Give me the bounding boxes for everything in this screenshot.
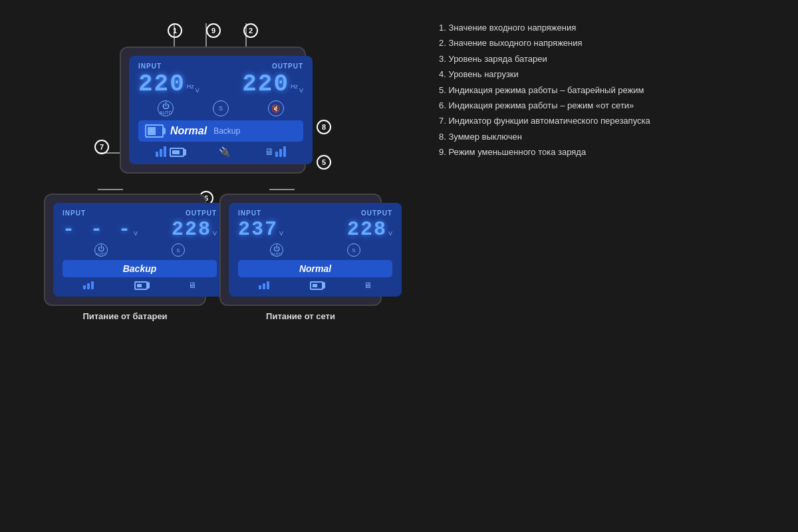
- right-section: 1. Значение входного напряжения2. Значен…: [426, 0, 798, 532]
- battery-ups-panel: INPUT OUTPUT - - - V 228 V: [44, 194, 206, 306]
- input-label: INPUT: [138, 63, 162, 70]
- main-diagram: 1 9 2 7 8 3 4 5 6: [120, 47, 306, 180]
- legend-item: 5. Индикация режима работы – батарейный …: [439, 82, 785, 98]
- battery-panel-wrapper: INPUT OUTPUT - - - V 228 V: [44, 194, 206, 321]
- grid-monitor-icon: 🖥: [364, 281, 372, 290]
- battery-caption: Питание от батареи: [82, 311, 167, 321]
- grid-bottom-icons: 🖥: [238, 281, 392, 290]
- battery-level: [156, 146, 184, 157]
- grid-digital-row: 237 V 228 V: [238, 219, 392, 239]
- battery-digital-row: - - - V 228 V: [63, 219, 217, 239]
- grid-screen-labels: INPUT OUTPUT: [238, 209, 392, 217]
- battery-auto-icon: ⏻ AUTO: [94, 243, 108, 257]
- digital-row: 220 Hz V 220 Hz V: [138, 72, 303, 96]
- mute-icon: 🔇: [268, 100, 284, 116]
- legend-item: 7. Индикатор функции автоматического пер…: [439, 113, 785, 128]
- grid-v-in: V: [279, 230, 283, 237]
- bottom-icons: 🔌 🖥: [138, 146, 303, 158]
- legend-item: 4. Уровень нагрузки: [439, 66, 785, 82]
- battery-monitor-icon: 🖥: [188, 281, 196, 290]
- battery-screen-labels: INPUT OUTPUT: [63, 209, 217, 217]
- screen-labels: INPUT OUTPUT: [138, 63, 303, 70]
- mode-banner: Normal Backup: [138, 120, 303, 142]
- hz-label-in: Hz: [187, 83, 194, 90]
- auto-icon: ⏻ AUTO: [158, 100, 174, 116]
- annotation-8: 8: [317, 120, 331, 134]
- annotation-2: 2: [243, 23, 258, 38]
- plug-icon: 🔌: [219, 146, 230, 158]
- battery-output-value: 228: [172, 219, 211, 239]
- monitor-icon: 🖥: [265, 146, 274, 157]
- grid-ups-panel: INPUT OUTPUT 237 V 228 V: [219, 194, 382, 306]
- grid-caption: Питание от сети: [266, 311, 335, 321]
- annotation-1: 1: [168, 23, 182, 38]
- grid-wave-left: [259, 281, 269, 289]
- battery-mode-text: Backup: [123, 263, 157, 274]
- grid-v-out: V: [388, 230, 392, 237]
- grid-output-value: 228: [347, 219, 387, 239]
- input-value: 220: [138, 72, 186, 96]
- battery-mode-banner: Backup: [63, 260, 217, 277]
- battery-icon: [145, 124, 164, 138]
- battery-icon-bottom: [134, 281, 148, 290]
- legend-list: 1. Значение входного напряжения2. Значен…: [439, 20, 785, 160]
- grid-icons-row: ⏻ AUTO S: [238, 243, 392, 257]
- battery-input-value: - - -: [63, 219, 132, 239]
- battery-output-label: OUTPUT: [186, 209, 217, 217]
- legend-item: 6. Индикация режима работы – режим «от с…: [439, 98, 785, 113]
- main-ups-screen: INPUT OUTPUT 220 Hz V 220 Hz V: [129, 56, 313, 164]
- legend-item: 2. Значение выходного напряжения: [439, 35, 785, 51]
- battery-s-icon: S: [172, 243, 185, 257]
- legend-item: 3. Уровень заряда батареи: [439, 51, 785, 66]
- v-label-in: V: [196, 87, 200, 94]
- main-ups-panel: INPUT OUTPUT 220 Hz V 220 Hz V: [120, 47, 306, 174]
- battery-icon-small: [170, 148, 184, 157]
- legend-item: 9. Режим уменьшенного тока заряда: [439, 144, 785, 160]
- mode-text: Normal: [170, 125, 207, 137]
- battery-ups-screen: INPUT OUTPUT - - - V 228 V: [53, 203, 226, 297]
- battery-icons-row: ⏻ AUTO S: [63, 243, 217, 257]
- grid-panel-wrapper: INPUT OUTPUT 237 V 228 V: [219, 194, 382, 321]
- grid-mode-text: Normal: [299, 263, 331, 274]
- grid-input-label: INPUT: [238, 209, 261, 217]
- battery-bottom-icons: 🖥: [63, 281, 217, 290]
- annotation-7: 7: [94, 140, 109, 154]
- grid-output-label: OUTPUT: [361, 209, 392, 217]
- grid-battery-icon: [310, 281, 323, 290]
- annotation-9: 9: [206, 23, 221, 38]
- main-container: 1 9 2 7 8 3 4 5 6: [0, 0, 798, 532]
- output-value: 220: [242, 72, 289, 96]
- left-section: 1 9 2 7 8 3 4 5 6: [0, 0, 426, 532]
- s-icon: S: [213, 100, 229, 116]
- legend-item: 8. Зуммер выключен: [439, 129, 785, 144]
- battery-v-in: V: [134, 230, 138, 237]
- grid-ups-screen: INPUT OUTPUT 237 V 228 V: [229, 203, 402, 297]
- annotation-5: 5: [317, 155, 331, 170]
- bottom-panels: INPUT OUTPUT - - - V 228 V: [44, 194, 382, 321]
- battery-v-out: V: [213, 230, 217, 237]
- grid-auto-icon: ⏻ AUTO: [270, 243, 283, 257]
- mode-sub-text: Backup: [213, 126, 240, 136]
- legend-item: 1. Значение входного напряжения: [439, 20, 785, 35]
- grid-input-value: 237: [238, 219, 278, 239]
- icons-row: ⏻ AUTO S 🔇: [138, 100, 303, 116]
- load-level: 🖥: [265, 146, 286, 157]
- grid-s-icon: S: [347, 243, 360, 257]
- grid-mode-banner: Normal: [238, 260, 392, 277]
- hz-label-out: Hz: [291, 83, 298, 90]
- v-label-out: V: [299, 87, 303, 94]
- battery-wave-left: [83, 281, 94, 289]
- output-label: OUTPUT: [272, 63, 303, 70]
- battery-input-label: INPUT: [63, 209, 86, 217]
